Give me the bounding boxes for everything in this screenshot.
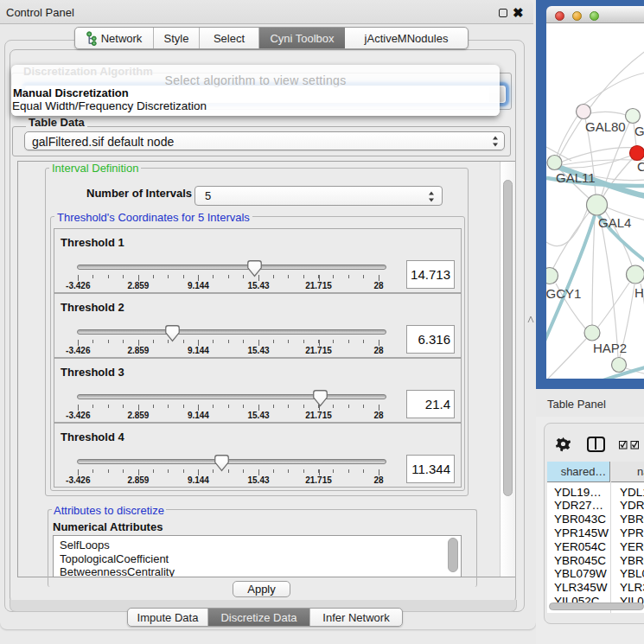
svg-text:H: H	[634, 285, 644, 300]
svg-text:GAL11: GAL11	[556, 170, 596, 185]
svg-text:GA: GA	[634, 124, 644, 138]
svg-text:GAL4: GAL4	[598, 215, 631, 230]
svg-text:C: C	[637, 159, 644, 174]
svg-text:GCY1: GCY1	[546, 286, 581, 301]
svg-text:HAP2: HAP2	[593, 341, 627, 355]
svg-text:GAL80: GAL80	[585, 119, 626, 134]
